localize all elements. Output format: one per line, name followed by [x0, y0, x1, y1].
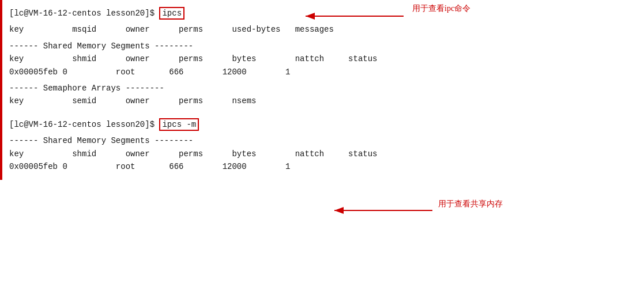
command-box-ipcs: ipcs	[159, 7, 184, 20]
left-border	[0, 0, 2, 180]
terminal: [lc@VM-16-12-centos lesson20]$ ipcs 用于查看…	[0, 0, 644, 180]
line-sem-header: key semid owner perms nsems	[9, 95, 635, 107]
line-shm-divider2: ------ Shared Memory Segments --------	[9, 134, 635, 147]
line-shm-row2: 0x00005feb 0 root 666 12000 1	[9, 160, 635, 173]
line-shm-divider: ------ Shared Memory Segments --------	[9, 40, 635, 52]
annotation-first: 用于查看ipc命令	[412, 2, 470, 15]
command-box-ipcs-m: ipcs -m	[159, 118, 199, 131]
arrow-second	[329, 200, 444, 223]
line-prompt2: [lc@VM-16-12-centos lesson20]$ ipcs -m	[9, 118, 635, 131]
line-shm-header2: key shmid owner perms bytes nattch statu…	[9, 148, 635, 160]
annotation-second: 用于查看共享内存	[438, 198, 503, 210]
line-sem-divider: ------ Semaphore Arrays --------	[9, 82, 635, 95]
line-shm-header: key shmid owner perms bytes nattch statu…	[9, 52, 635, 65]
arrow-first	[300, 5, 415, 28]
line-shm-row1: 0x00005feb 0 root 666 12000 1	[9, 66, 635, 78]
